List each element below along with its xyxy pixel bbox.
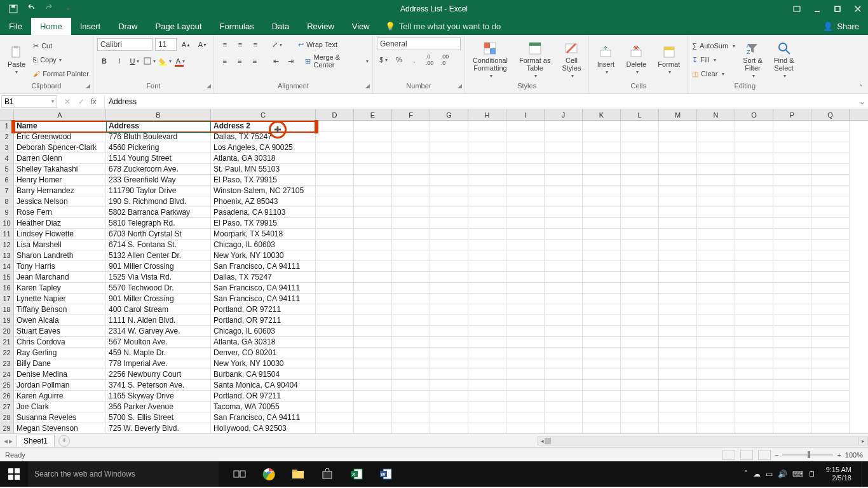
cell[interactable] (506, 369, 545, 380)
fx-icon[interactable]: fx (90, 97, 100, 106)
cell[interactable] (468, 402, 506, 412)
cell[interactable] (316, 196, 354, 207)
cell[interactable] (354, 412, 392, 423)
cell[interactable] (697, 358, 735, 369)
cell[interactable] (659, 402, 697, 412)
cell[interactable] (354, 153, 392, 164)
cell[interactable] (316, 391, 354, 402)
cell[interactable] (392, 132, 430, 142)
cell[interactable] (735, 121, 773, 132)
cell[interactable] (583, 229, 621, 240)
cell[interactable] (697, 164, 735, 175)
cell[interactable] (316, 315, 354, 326)
cell[interactable]: 2256 Newburry Court (106, 369, 211, 380)
taskbar-clock[interactable]: 9:15 AM 2/5/18 (821, 466, 857, 482)
align-center-icon[interactable]: ≡ (233, 54, 247, 68)
cell[interactable] (697, 412, 735, 423)
cell[interactable] (659, 369, 697, 380)
cell[interactable]: Address (106, 121, 211, 132)
cell[interactable] (773, 240, 811, 250)
store-icon[interactable] (313, 461, 342, 487)
cell[interactable] (430, 315, 468, 326)
ribbon-display-icon[interactable] (787, 0, 807, 18)
cell[interactable] (316, 337, 354, 348)
cell[interactable] (697, 337, 735, 348)
merge-center-button[interactable]: ⊞Merge & Center (305, 54, 368, 68)
cell[interactable] (659, 348, 697, 358)
sheet-nav-last-icon[interactable]: ▸ (9, 437, 13, 445)
zoom-slider[interactable] (782, 454, 833, 456)
cell[interactable] (506, 218, 545, 229)
cell[interactable] (621, 186, 659, 196)
column-header[interactable]: F (392, 109, 430, 120)
zoom-level[interactable]: 100% (845, 451, 863, 459)
cell[interactable] (583, 402, 621, 412)
cell[interactable]: Portland, OR 97211 (211, 391, 316, 402)
cell[interactable] (811, 207, 850, 218)
cell[interactable] (811, 218, 850, 229)
cell[interactable] (392, 337, 430, 348)
cell[interactable] (468, 304, 506, 315)
cell[interactable] (697, 326, 735, 337)
cell[interactable]: Barry Hernandez (14, 186, 106, 196)
cell[interactable]: San Francisco, CA 94111 (211, 283, 316, 294)
cell[interactable] (621, 240, 659, 250)
cell[interactable]: Lisa Marshell (14, 240, 106, 250)
cell[interactable] (621, 175, 659, 186)
cell[interactable] (583, 326, 621, 337)
cell[interactable] (773, 218, 811, 229)
cell[interactable] (468, 229, 506, 240)
cell[interactable] (659, 164, 697, 175)
cell[interactable] (621, 153, 659, 164)
cell[interactable] (697, 261, 735, 272)
cell[interactable] (316, 121, 354, 132)
cell[interactable] (659, 250, 697, 261)
onedrive-icon[interactable]: ☁ (753, 470, 761, 478)
cell[interactable] (506, 121, 545, 132)
cell[interactable] (659, 412, 697, 423)
cell[interactable] (621, 412, 659, 423)
cell[interactable] (583, 164, 621, 175)
column-header[interactable]: L (621, 109, 659, 120)
task-view-icon[interactable] (225, 461, 254, 487)
cell[interactable] (392, 164, 430, 175)
cell[interactable]: Atlanta, GA 30318 (211, 153, 316, 164)
cell[interactable] (392, 412, 430, 423)
cell[interactable] (621, 196, 659, 207)
tab-formulas[interactable]: Formulas (211, 18, 263, 35)
sheet-nav-first-icon[interactable]: ◂ (4, 437, 8, 445)
cell[interactable] (392, 304, 430, 315)
fill-button[interactable]: ↧Fill (692, 53, 735, 67)
cell[interactable] (583, 380, 621, 391)
qat-customize-icon[interactable] (62, 4, 71, 13)
tab-draw[interactable]: Draw (109, 18, 146, 35)
cell[interactable] (735, 175, 773, 186)
cell[interactable]: 1514 Young Street (106, 153, 211, 164)
cell[interactable] (392, 391, 430, 402)
cell[interactable] (506, 412, 545, 423)
cell[interactable]: St. Paul, MN 55103 (211, 164, 316, 175)
word-taskbar-icon[interactable]: W (371, 461, 400, 487)
add-sheet-button[interactable]: + (58, 435, 70, 447)
undo-icon[interactable] (27, 4, 36, 13)
cell[interactable] (506, 391, 545, 402)
cell[interactable] (621, 348, 659, 358)
cell[interactable] (316, 423, 354, 433)
cell[interactable] (583, 315, 621, 326)
cell[interactable] (392, 186, 430, 196)
cell[interactable] (354, 272, 392, 283)
cell[interactable] (468, 337, 506, 348)
cell[interactable] (506, 175, 545, 186)
cell[interactable] (430, 196, 468, 207)
cell[interactable]: 190 S. Richmond Blvd. (106, 196, 211, 207)
column-header[interactable]: K (583, 109, 621, 120)
cell[interactable] (468, 153, 506, 164)
cell[interactable] (430, 186, 468, 196)
cell[interactable]: El Paso, TX 79915 (211, 218, 316, 229)
cell[interactable] (430, 380, 468, 391)
cell[interactable]: Chicago, IL 60603 (211, 326, 316, 337)
cell[interactable] (545, 391, 583, 402)
column-header[interactable]: C (211, 109, 316, 120)
cell[interactable]: Winston-Salem, NC 27105 (211, 186, 316, 196)
cell[interactable] (316, 164, 354, 175)
